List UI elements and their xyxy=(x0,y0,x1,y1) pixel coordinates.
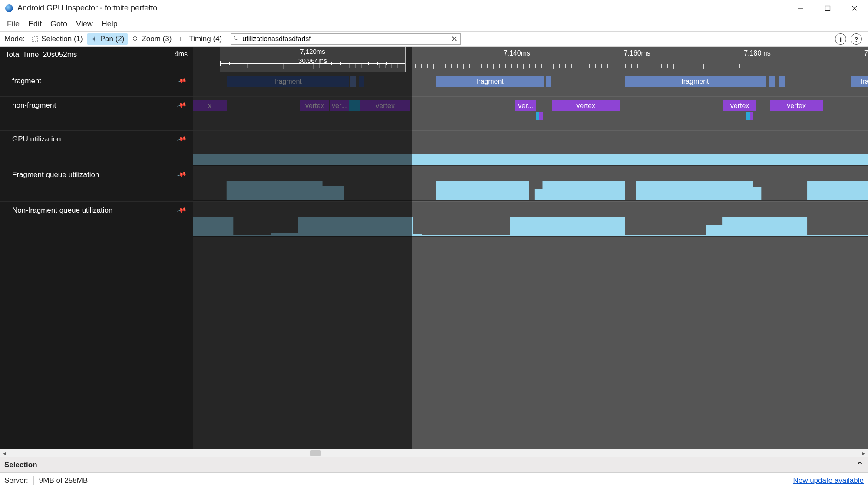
update-available-link[interactable]: New update available xyxy=(793,476,864,485)
window-titlebar: Android GPU Inspector - fortnite.perfett… xyxy=(0,0,868,16)
track-label-nonfragment[interactable]: non-fragment📌 xyxy=(0,96,193,130)
selection-panel-title: Selection xyxy=(4,461,37,469)
track-nonfrag-queue[interactable] xyxy=(193,201,868,237)
svg-line-11 xyxy=(238,39,240,41)
timing-icon xyxy=(179,36,186,43)
fragment-segment[interactable] xyxy=(350,76,356,87)
selection-panel-header[interactable]: Selection ⌃ xyxy=(0,457,868,472)
gpu-util-chart xyxy=(193,145,868,166)
vertex-segment[interactable] xyxy=(349,100,360,111)
close-button[interactable] xyxy=(841,0,868,16)
scrollbar-track[interactable] xyxy=(9,449,859,457)
tiny-segment[interactable] xyxy=(539,112,543,120)
pin-icon[interactable]: 📌 xyxy=(176,99,187,110)
window-title: Android GPU Inspector - fortnite.perfett… xyxy=(17,3,787,13)
fragment-segment[interactable]: fragment xyxy=(625,76,765,87)
mode-selection[interactable]: Selection (1) xyxy=(28,33,86,45)
app-icon xyxy=(5,4,13,12)
scrollbar-thumb[interactable] xyxy=(310,450,321,456)
time-ruler[interactable]: 7,140ms7,160ms7,180ms7,200ms 7,120ms 30.… xyxy=(193,47,868,72)
search-icon xyxy=(234,35,240,43)
fragment-segment[interactable] xyxy=(359,76,364,87)
nonfrag-queue-chart xyxy=(193,216,868,237)
maximize-button[interactable] xyxy=(814,0,841,16)
svg-point-5 xyxy=(133,37,137,41)
track-gpu-util[interactable] xyxy=(193,130,868,166)
chevron-up-icon[interactable]: ⌃ xyxy=(856,460,864,470)
mode-pan-label: Pan (2) xyxy=(100,35,125,43)
vertex-segment[interactable]: vertex xyxy=(552,100,620,111)
track-label-nonfrag-queue[interactable]: Non-fragment queue utilization📌 xyxy=(0,201,193,237)
tracks-column[interactable]: 7,140ms7,160ms7,180ms7,200ms 7,120ms 30.… xyxy=(193,47,868,449)
fragment-segment[interactable] xyxy=(779,76,785,87)
scale-icon xyxy=(148,52,171,56)
help-button[interactable]: ? xyxy=(851,33,862,45)
timeline[interactable]: Total Time: 20s052ms 4ms fragment📌 non-f… xyxy=(0,47,868,449)
ruler-tick: 7,180ms xyxy=(744,49,770,57)
vertex-segment[interactable]: vertex xyxy=(770,100,823,111)
window-controls xyxy=(787,0,868,16)
svg-rect-1 xyxy=(825,6,830,10)
track-label-gpu-util[interactable]: GPU utilization📌 xyxy=(0,130,193,166)
scroll-left-icon[interactable]: ◂ xyxy=(0,450,9,456)
svg-rect-13 xyxy=(531,153,533,154)
pin-icon[interactable]: 📌 xyxy=(176,204,187,215)
info-button[interactable]: i xyxy=(835,33,846,45)
pin-icon[interactable]: 📌 xyxy=(176,169,187,180)
svg-rect-14 xyxy=(745,153,748,154)
selection-icon xyxy=(32,36,39,43)
server-label: Server: xyxy=(4,476,28,485)
zoom-icon xyxy=(132,36,139,43)
track-fragment[interactable]: fragmentfragmentfragmentfra xyxy=(193,72,868,96)
statusbar: Server: 9MB of 258MB New update availabl… xyxy=(0,472,868,488)
vertex-segment[interactable]: ver... xyxy=(515,100,536,111)
help-icon: ? xyxy=(854,36,858,43)
menu-edit[interactable]: Edit xyxy=(24,18,46,30)
ruler-tick: 7,140ms xyxy=(504,49,530,57)
fragment-segment[interactable]: fragment xyxy=(436,76,544,87)
vertex-segment[interactable]: vertex xyxy=(360,100,410,111)
fragment-segment[interactable]: fra xyxy=(851,76,868,87)
total-time-label: Total Time: 20s052ms xyxy=(5,50,77,59)
fragment-segment[interactable] xyxy=(546,76,551,87)
frag-queue-chart xyxy=(193,180,868,201)
minimize-button[interactable] xyxy=(787,0,814,16)
memory-usage: 9MB of 258MB xyxy=(39,476,88,485)
toolbar: Mode: Selection (1) Pan (2) Zoom (3) Tim… xyxy=(0,31,868,47)
vertex-segment[interactable]: ver... xyxy=(330,100,349,111)
track-frag-queue[interactable] xyxy=(193,166,868,201)
clear-search-icon[interactable]: ✕ xyxy=(451,34,458,44)
search-input[interactable] xyxy=(242,35,458,43)
mode-timing[interactable]: Timing (4) xyxy=(176,33,225,45)
pin-icon[interactable]: 📌 xyxy=(176,133,187,144)
menu-view[interactable]: View xyxy=(72,18,97,30)
mode-zoom-label: Zoom (3) xyxy=(142,35,172,43)
track-nonfragment[interactable]: xvertexver...vertexver...vertexvertexver… xyxy=(193,96,868,130)
track-label-fragment[interactable]: fragment📌 xyxy=(0,72,193,96)
svg-rect-4 xyxy=(33,36,38,42)
vertex-segment[interactable]: vertex xyxy=(300,100,329,111)
scroll-right-icon[interactable]: ▸ xyxy=(859,450,868,456)
mode-zoom[interactable]: Zoom (3) xyxy=(129,33,175,45)
vertex-segment[interactable]: x xyxy=(193,100,227,111)
tiny-segment[interactable] xyxy=(750,112,753,120)
info-icon: i xyxy=(840,36,842,43)
mode-timing-label: Timing (4) xyxy=(189,35,222,43)
ruler-tick: 7,200ms xyxy=(864,49,868,57)
svg-point-10 xyxy=(234,36,238,40)
fragment-segment[interactable] xyxy=(769,76,775,87)
vertex-segment[interactable]: vertex xyxy=(723,100,757,111)
svg-rect-12 xyxy=(193,154,868,166)
menu-goto[interactable]: Goto xyxy=(46,18,72,30)
pan-icon xyxy=(91,36,98,43)
track-label-frag-queue[interactable]: Fragment queue utilization📌 xyxy=(0,166,193,201)
fragment-segment[interactable]: fragment xyxy=(227,76,349,87)
mode-pan[interactable]: Pan (2) xyxy=(87,33,128,45)
horizontal-scrollbar[interactable]: ◂ ▸ xyxy=(0,449,868,457)
scale-label: 4ms xyxy=(148,50,188,58)
menubar: File Edit Goto View Help xyxy=(0,16,868,31)
pin-icon[interactable]: 📌 xyxy=(176,75,187,86)
menu-file[interactable]: File xyxy=(3,18,24,30)
menu-help[interactable]: Help xyxy=(97,18,122,30)
search-box[interactable]: ✕ xyxy=(231,33,461,45)
